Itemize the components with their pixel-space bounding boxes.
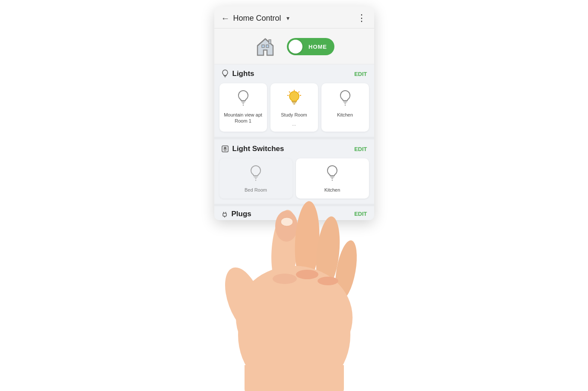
svg-rect-33 — [223, 213, 226, 216]
light-card-kitchen[interactable]: Kitchen — [321, 83, 369, 132]
house-icon — [254, 35, 277, 58]
light-switches-section: Light Switches EDIT Bed — [214, 139, 374, 203]
plugs-edit-button[interactable]: EDIT — [354, 211, 367, 217]
switch-section-icon — [221, 145, 229, 153]
lights-title-wrap: Lights — [221, 69, 254, 78]
light-card-study-label: Study Room — [281, 112, 307, 118]
home-toggle[interactable]: HOME — [287, 38, 334, 55]
svg-point-44 — [236, 266, 353, 369]
more-options-icon[interactable]: ⋮ — [357, 13, 367, 24]
plugs-title-wrap: Plugs — [221, 210, 251, 218]
light-card-study[interactable]: Study Room ... — [270, 83, 318, 132]
switches-section-header: Light Switches EDIT — [214, 139, 374, 157]
phone-card: ← Home Control ▾ ⋮ — [214, 6, 374, 220]
bulb-off-icon-mountain — [235, 89, 251, 108]
switches-edit-button[interactable]: EDIT — [354, 146, 367, 152]
lights-section-icon — [221, 69, 229, 78]
switch-card-kitchen-label: Kitchen — [324, 187, 340, 193]
svg-rect-2 — [266, 45, 269, 47]
svg-point-42 — [313, 215, 343, 291]
svg-point-43 — [331, 239, 361, 302]
toggle-knob — [289, 40, 302, 54]
top-bar: ← Home Control ▾ ⋮ — [214, 6, 374, 28]
toggle-label: HOME — [305, 44, 331, 50]
switch-card-bedroom-label: Bed Room — [245, 187, 267, 193]
light-card-kitchen-label: Kitchen — [337, 112, 353, 118]
scene: ← Home Control ▾ ⋮ — [0, 0, 588, 391]
svg-rect-49 — [245, 365, 344, 389]
top-bar-left: ← Home Control ▾ — [221, 14, 289, 23]
back-button[interactable]: ← — [221, 14, 230, 22]
svg-rect-1 — [262, 45, 264, 47]
svg-point-37 — [238, 274, 350, 391]
svg-point-48 — [245, 372, 344, 391]
svg-line-12 — [298, 91, 299, 93]
light-card-mountain[interactable]: Mountain view apt Room 1 — [219, 83, 267, 132]
svg-line-11 — [289, 91, 290, 93]
light-card-study-dots: ... — [292, 121, 296, 126]
plugs-section-icon — [221, 210, 228, 218]
bulb-off-icon-switch-kitchen — [324, 164, 340, 183]
lights-edit-button[interactable]: EDIT — [354, 71, 367, 77]
plugs-section: Plugs EDIT — [214, 206, 374, 220]
svg-point-46 — [296, 270, 318, 279]
svg-point-45 — [273, 274, 297, 284]
svg-point-47 — [318, 277, 338, 285]
bulb-off-icon-bedroom — [248, 164, 264, 183]
bulb-on-icon-study — [286, 89, 302, 108]
switches-section-title: Light Switches — [232, 145, 284, 153]
svg-rect-24 — [224, 147, 226, 149]
bulb-off-icon-kitchen — [337, 89, 353, 108]
switches-title-wrap: Light Switches — [221, 145, 284, 153]
lights-section-title: Lights — [232, 69, 254, 78]
svg-rect-0 — [269, 40, 271, 44]
lights-section-header: Lights EDIT — [214, 64, 374, 82]
lights-grid: Mountain view apt Room 1 — [214, 82, 374, 137]
switch-card-kitchen[interactable]: Kitchen — [296, 158, 369, 198]
home-toggle-area: HOME — [214, 28, 374, 64]
dropdown-arrow-icon[interactable]: ▾ — [286, 15, 289, 22]
svg-point-38 — [221, 262, 272, 338]
switch-card-bedroom[interactable]: Bed Room — [219, 158, 292, 198]
plugs-section-title: Plugs — [232, 210, 251, 218]
light-card-mountain-label: Mountain view apt Room 1 — [223, 112, 264, 124]
lights-section: Lights EDIT Mountain vie — [214, 64, 374, 137]
home-icon-wrap — [254, 35, 277, 58]
whole-scene: ← Home Control ▾ ⋮ — [100, 0, 489, 391]
app-title: Home Control — [233, 14, 281, 23]
switches-grid: Bed Room Kitchen — [214, 157, 374, 203]
svg-point-39 — [268, 209, 301, 289]
